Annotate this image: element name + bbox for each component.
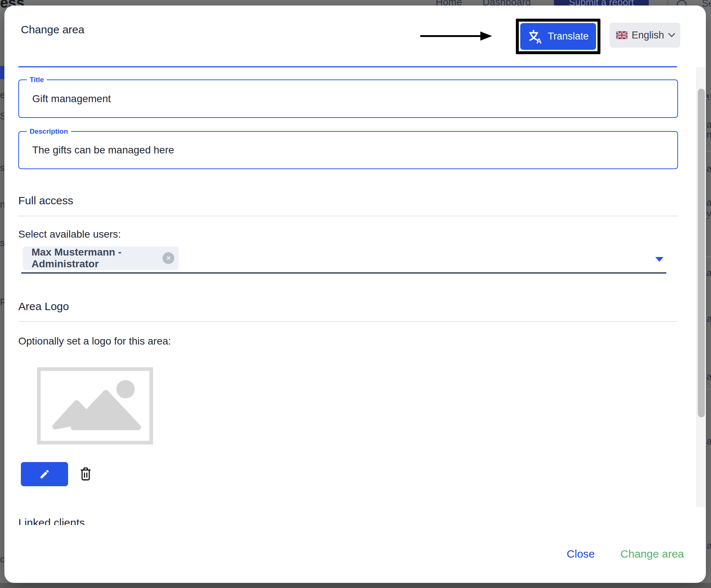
language-selector[interactable]: English bbox=[610, 23, 680, 48]
change-area-dialog: Change area A Translate bbox=[4, 5, 706, 583]
search-placeholder-fragment: Se bbox=[702, 0, 711, 9]
users-select-underline bbox=[21, 272, 666, 273]
background-row-divider bbox=[706, 98, 711, 99]
page: ess Home Dashboard Submit a report Se e … bbox=[0, 0, 711, 588]
full-access-heading: Full access bbox=[18, 194, 73, 207]
svg-text:A: A bbox=[536, 37, 541, 44]
edge-text-fragment: a bbox=[707, 313, 711, 325]
area-logo-heading: Area Logo bbox=[18, 300, 69, 313]
edge-text-fragment: ys bbox=[707, 208, 711, 220]
users-dropdown-caret-icon[interactable] bbox=[655, 257, 663, 262]
title-field: Title bbox=[18, 79, 678, 118]
edge-text-fragment: m bbox=[707, 129, 711, 141]
edge-text-fragment: a bbox=[707, 540, 711, 552]
background-row-divider bbox=[706, 389, 711, 390]
background-bottom-strip bbox=[0, 583, 711, 588]
background-row-divider bbox=[706, 217, 711, 217]
description-field: Description bbox=[18, 131, 678, 169]
language-label: English bbox=[632, 30, 664, 41]
edge-text-fragment: a bbox=[707, 267, 711, 280]
header-divider bbox=[18, 66, 677, 67]
annotation-arrow bbox=[420, 30, 494, 42]
selected-user-chip[interactable]: Max Mustermann - Administrator ✕ bbox=[23, 246, 179, 270]
dialog-title: Change area bbox=[21, 23, 84, 36]
translate-label: Translate bbox=[548, 31, 589, 42]
edit-logo-button[interactable] bbox=[21, 462, 68, 486]
change-area-button[interactable]: Change area bbox=[621, 547, 684, 561]
edge-text-fragment: at bbox=[707, 197, 711, 209]
edge-text-fragment: a bbox=[707, 371, 711, 383]
description-field-label: Description bbox=[27, 127, 71, 136]
annotation-highlight-box: A Translate bbox=[516, 19, 600, 54]
background-row-divider bbox=[706, 151, 711, 152]
remove-user-icon[interactable]: ✕ bbox=[163, 252, 174, 264]
description-input[interactable] bbox=[31, 144, 654, 156]
title-input[interactable] bbox=[31, 93, 654, 105]
logo-image-placeholder bbox=[37, 367, 153, 444]
background-row-divider bbox=[706, 256, 711, 257]
background-blue-button-fragment bbox=[0, 66, 4, 79]
edge-text-fragment: a bbox=[707, 163, 711, 175]
edge-text-fragment: a bbox=[707, 436, 711, 448]
delete-logo-button[interactable] bbox=[78, 465, 94, 483]
section-divider bbox=[18, 216, 678, 216]
edge-text-fragment: ul bbox=[707, 91, 711, 103]
trash-icon bbox=[79, 466, 93, 481]
dialog-scrollbar-track[interactable] bbox=[696, 67, 706, 507]
select-users-label: Select available users: bbox=[18, 228, 121, 240]
section-divider bbox=[18, 321, 678, 322]
uk-flag-icon bbox=[616, 31, 628, 40]
selected-user-chip-label: Max Mustermann - Administrator bbox=[31, 246, 163, 270]
linked-clients-heading-clipped: Linked clients bbox=[18, 517, 85, 525]
close-button[interactable]: Close bbox=[567, 547, 595, 561]
dialog-footer: Close Change area bbox=[567, 547, 684, 561]
area-logo-hint: Optionally set a logo for this area: bbox=[18, 335, 171, 347]
image-placeholder-icon bbox=[41, 371, 149, 441]
chevron-down-icon bbox=[668, 33, 675, 38]
translate-icon: A bbox=[528, 29, 543, 44]
title-field-label: Title bbox=[27, 75, 47, 84]
pencil-icon bbox=[39, 469, 50, 480]
dialog-scrollbar-thumb[interactable] bbox=[698, 89, 705, 417]
translate-button[interactable]: A Translate bbox=[520, 23, 596, 50]
